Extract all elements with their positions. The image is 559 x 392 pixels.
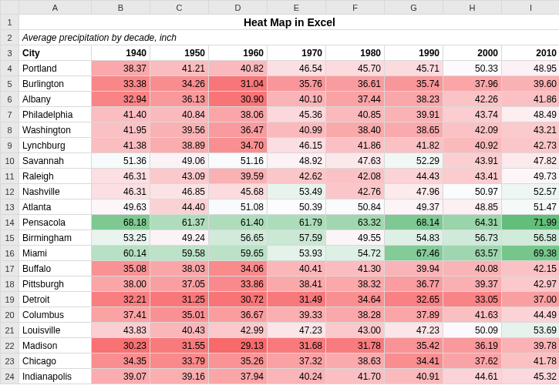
data-cell[interactable]: 59.58 <box>150 246 209 261</box>
column-header-A[interactable]: A <box>19 1 92 15</box>
data-cell[interactable]: 71.99 <box>502 215 560 230</box>
column-header-E[interactable]: E <box>268 1 326 15</box>
row-header-11[interactable]: 11 <box>1 169 19 184</box>
data-cell[interactable]: 31.55 <box>150 338 209 353</box>
city-cell[interactable]: Miami <box>19 246 92 261</box>
data-cell[interactable]: 40.92 <box>443 138 502 153</box>
data-cell[interactable]: 39.60 <box>502 76 560 92</box>
city-cell[interactable]: Birmingham <box>19 230 92 246</box>
data-cell[interactable]: 42.99 <box>209 323 268 338</box>
data-cell[interactable]: 42.26 <box>443 92 502 107</box>
data-cell[interactable]: 42.09 <box>443 122 502 138</box>
data-cell[interactable]: 59.65 <box>209 246 268 261</box>
data-cell[interactable]: 36.77 <box>385 276 443 292</box>
data-cell[interactable]: 41.78 <box>502 353 560 369</box>
data-cell[interactable]: 37.89 <box>385 307 443 323</box>
decade-header[interactable]: 2010 <box>502 45 560 61</box>
data-cell[interactable]: 30.23 <box>92 338 150 353</box>
data-cell[interactable]: 31.68 <box>268 338 326 353</box>
data-cell[interactable]: 57.59 <box>268 230 326 246</box>
data-cell[interactable]: 32.94 <box>92 92 150 107</box>
data-cell[interactable]: 42.15 <box>502 261 560 276</box>
data-cell[interactable]: 41.82 <box>385 138 443 153</box>
column-header-I[interactable]: I <box>502 1 560 15</box>
data-cell[interactable]: 56.58 <box>502 230 560 246</box>
data-cell[interactable]: 39.59 <box>209 169 268 184</box>
data-cell[interactable]: 45.36 <box>268 107 326 122</box>
column-header-H[interactable]: H <box>443 1 502 15</box>
data-cell[interactable]: 51.08 <box>209 199 268 215</box>
data-cell[interactable]: 39.33 <box>268 307 326 323</box>
data-cell[interactable]: 52.57 <box>502 184 560 199</box>
data-cell[interactable]: 33.05 <box>443 292 502 307</box>
data-cell[interactable]: 36.19 <box>443 338 502 353</box>
spreadsheet-grid[interactable]: ABCDEFGHI 1Heat Map in Excel2Average pre… <box>0 0 559 384</box>
data-cell[interactable]: 64.31 <box>443 215 502 230</box>
data-cell[interactable]: 31.49 <box>268 292 326 307</box>
data-cell[interactable]: 44.49 <box>502 307 560 323</box>
data-cell[interactable]: 61.79 <box>268 215 326 230</box>
data-cell[interactable]: 30.72 <box>209 292 268 307</box>
city-cell[interactable]: Albany <box>19 92 92 107</box>
data-cell[interactable]: 40.24 <box>268 369 326 384</box>
column-header-F[interactable]: F <box>326 1 385 15</box>
data-cell[interactable]: 41.86 <box>326 138 385 153</box>
data-cell[interactable]: 36.47 <box>209 122 268 138</box>
data-cell[interactable]: 37.05 <box>150 276 209 292</box>
data-cell[interactable]: 46.31 <box>92 169 150 184</box>
data-cell[interactable]: 38.23 <box>385 92 443 107</box>
data-cell[interactable]: 43.83 <box>92 323 150 338</box>
data-cell[interactable]: 41.30 <box>326 261 385 276</box>
page-title[interactable]: Heat Map in Excel <box>19 15 560 30</box>
column-header-D[interactable]: D <box>209 1 268 15</box>
row-header-7[interactable]: 7 <box>1 107 19 122</box>
data-cell[interactable]: 61.40 <box>209 215 268 230</box>
city-cell[interactable]: Columbus <box>19 307 92 323</box>
row-header-22[interactable]: 22 <box>1 338 19 353</box>
data-cell[interactable]: 37.41 <box>92 307 150 323</box>
data-cell[interactable]: 51.47 <box>502 199 560 215</box>
data-cell[interactable]: 46.85 <box>150 184 209 199</box>
decade-header[interactable]: 2000 <box>443 45 502 61</box>
row-header-15[interactable]: 15 <box>1 230 19 246</box>
data-cell[interactable]: 32.65 <box>385 292 443 307</box>
data-cell[interactable]: 47.96 <box>385 184 443 199</box>
row-header-9[interactable]: 9 <box>1 138 19 153</box>
page-subtitle[interactable]: Average precipitation by decade, inch <box>19 30 560 45</box>
data-cell[interactable]: 40.41 <box>268 261 326 276</box>
data-cell[interactable]: 34.26 <box>150 76 209 92</box>
data-cell[interactable]: 29.13 <box>209 338 268 353</box>
city-cell[interactable]: Madison <box>19 338 92 353</box>
data-cell[interactable]: 52.29 <box>385 153 443 169</box>
data-cell[interactable]: 49.73 <box>502 169 560 184</box>
data-cell[interactable]: 43.41 <box>443 169 502 184</box>
row-header-23[interactable]: 23 <box>1 353 19 369</box>
data-cell[interactable]: 49.06 <box>150 153 209 169</box>
decade-header[interactable]: 1940 <box>92 45 150 61</box>
data-cell[interactable]: 43.91 <box>443 153 502 169</box>
data-cell[interactable]: 30.90 <box>209 92 268 107</box>
data-cell[interactable]: 40.91 <box>385 369 443 384</box>
data-cell[interactable]: 51.36 <box>92 153 150 169</box>
data-cell[interactable]: 68.18 <box>92 215 150 230</box>
data-cell[interactable]: 36.61 <box>326 76 385 92</box>
data-cell[interactable]: 50.97 <box>443 184 502 199</box>
data-cell[interactable]: 37.94 <box>209 369 268 384</box>
city-cell[interactable]: Lynchburg <box>19 138 92 153</box>
city-cell[interactable]: Washington <box>19 122 92 138</box>
data-cell[interactable]: 41.38 <box>92 138 150 153</box>
data-cell[interactable]: 42.62 <box>268 169 326 184</box>
data-cell[interactable]: 33.79 <box>150 353 209 369</box>
data-cell[interactable]: 34.64 <box>326 292 385 307</box>
data-cell[interactable]: 48.85 <box>443 199 502 215</box>
data-cell[interactable]: 39.94 <box>385 261 443 276</box>
data-cell[interactable]: 38.06 <box>209 107 268 122</box>
data-cell[interactable]: 44.61 <box>443 369 502 384</box>
city-cell[interactable]: Raleigh <box>19 169 92 184</box>
data-cell[interactable]: 45.70 <box>326 61 385 76</box>
data-cell[interactable]: 53.25 <box>92 230 150 246</box>
row-header-5[interactable]: 5 <box>1 76 19 92</box>
data-cell[interactable]: 63.32 <box>326 215 385 230</box>
data-cell[interactable]: 38.32 <box>326 276 385 292</box>
data-cell[interactable]: 36.67 <box>209 307 268 323</box>
